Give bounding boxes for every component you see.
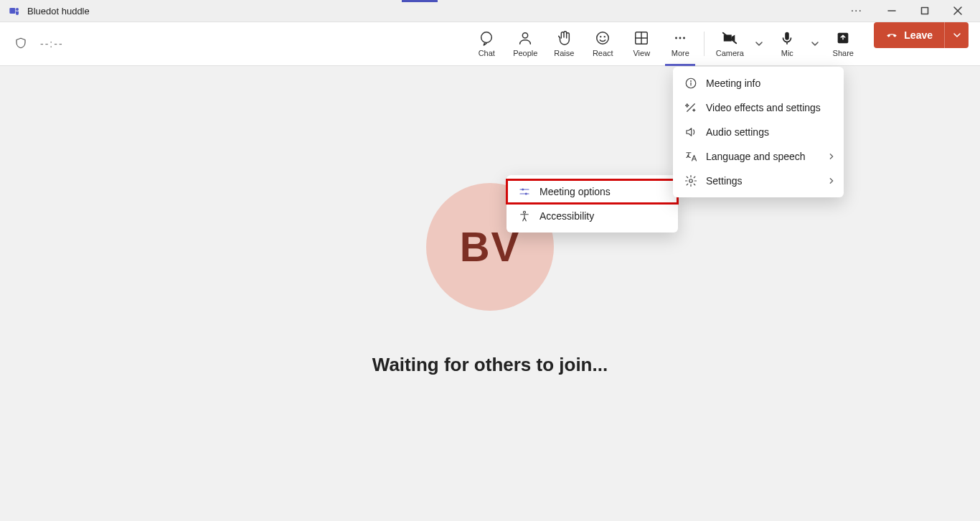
meeting-options-item[interactable]: Meeting options — [507, 179, 678, 204]
people-button[interactable]: People — [506, 22, 545, 65]
settings-item[interactable]: Settings — [673, 169, 844, 193]
raise-hand-icon — [556, 30, 572, 46]
chevron-right-icon — [828, 175, 835, 187]
react-label: React — [593, 49, 613, 57]
share-button[interactable]: Share — [824, 22, 862, 65]
svg-point-23 — [525, 193, 527, 195]
window-more-icon[interactable]: ··· — [845, 4, 868, 17]
svg-point-6 — [481, 32, 492, 43]
mic-icon — [779, 30, 795, 46]
svg-rect-18 — [786, 32, 790, 40]
svg-point-27 — [691, 81, 692, 82]
toolbar-separator — [704, 32, 705, 56]
more-label: More — [672, 49, 689, 57]
more-icon — [672, 30, 688, 46]
camera-label: Camera — [716, 49, 744, 57]
language-speech-item[interactable]: Language and speech — [673, 144, 844, 169]
people-icon — [517, 30, 533, 46]
hangup-icon — [885, 28, 898, 43]
svg-point-24 — [524, 211, 526, 213]
accessibility-icon — [518, 210, 531, 222]
language-speech-label: Language and speech — [706, 151, 806, 162]
audio-settings-label: Audio settings — [706, 126, 769, 138]
language-icon — [684, 150, 697, 163]
raise-label: Raise — [554, 49, 574, 57]
meeting-timer: --:-- — [40, 38, 64, 50]
svg-point-9 — [600, 37, 601, 37]
camera-off-icon — [722, 30, 738, 46]
more-menu: Meeting info Video effects and settings … — [673, 67, 844, 197]
settings-submenu: Meeting options Accessibility — [507, 175, 678, 233]
video-effects-label: Video effects and settings — [706, 102, 821, 113]
active-tab-indicator — [402, 0, 438, 2]
view-label: View — [633, 49, 650, 57]
svg-rect-3 — [922, 8, 928, 14]
camera-button[interactable]: Camera — [709, 22, 750, 65]
title-bar: Bluedot huddle ··· — [0, 0, 980, 22]
shield-icon[interactable] — [14, 37, 27, 51]
audio-settings-item[interactable]: Audio settings — [673, 120, 844, 144]
accessibility-item[interactable]: Accessibility — [507, 204, 678, 228]
close-button[interactable] — [941, 0, 974, 22]
mic-button[interactable]: Mic — [768, 22, 806, 65]
chevron-right-icon — [828, 151, 835, 162]
svg-point-8 — [597, 32, 609, 44]
accessibility-label: Accessibility — [540, 210, 594, 222]
mic-caret[interactable] — [806, 22, 824, 65]
svg-point-15 — [679, 37, 682, 39]
waiting-text: Waiting for others to join... — [372, 354, 608, 376]
window-title: Bluedot huddle — [27, 6, 90, 17]
leave-caret[interactable] — [944, 22, 969, 48]
react-button[interactable]: React — [583, 22, 622, 65]
chat-label: Chat — [479, 49, 495, 57]
svg-point-7 — [523, 33, 528, 38]
svg-point-14 — [675, 37, 677, 39]
share-label: Share — [833, 49, 854, 57]
view-icon — [633, 30, 649, 46]
gear-icon — [684, 174, 697, 187]
camera-caret[interactable] — [750, 22, 768, 65]
maximize-button[interactable] — [908, 0, 941, 22]
meeting-info-label: Meeting info — [706, 78, 760, 89]
mic-label: Mic — [781, 49, 793, 57]
minimize-button[interactable] — [875, 0, 908, 22]
raise-hand-button[interactable]: Raise — [545, 22, 583, 65]
share-icon — [835, 30, 851, 46]
wand-icon — [684, 101, 697, 114]
settings-label: Settings — [706, 175, 743, 187]
chat-icon — [479, 30, 494, 46]
teams-app-icon — [9, 5, 20, 17]
svg-point-28 — [689, 179, 693, 183]
meeting-options-label: Meeting options — [540, 186, 611, 197]
leave-label: Leave — [904, 29, 933, 41]
svg-point-10 — [605, 37, 606, 37]
leave-button[interactable]: Leave — [874, 22, 944, 48]
chat-button[interactable]: Chat — [467, 22, 506, 65]
react-icon — [595, 30, 611, 46]
info-icon — [684, 77, 697, 90]
speaker-icon — [684, 126, 697, 139]
more-button[interactable]: More — [661, 22, 699, 65]
svg-rect-0 — [9, 8, 15, 14]
sliders-icon — [518, 185, 531, 198]
people-label: People — [513, 49, 537, 57]
meeting-info-item[interactable]: Meeting info — [673, 71, 844, 95]
svg-point-1 — [16, 8, 19, 11]
svg-point-16 — [683, 37, 685, 39]
video-effects-item[interactable]: Video effects and settings — [673, 95, 844, 120]
meeting-toolbar: --:-- Chat People Raise React View More — [0, 22, 980, 66]
svg-point-21 — [522, 189, 524, 191]
view-button[interactable]: View — [622, 22, 661, 65]
